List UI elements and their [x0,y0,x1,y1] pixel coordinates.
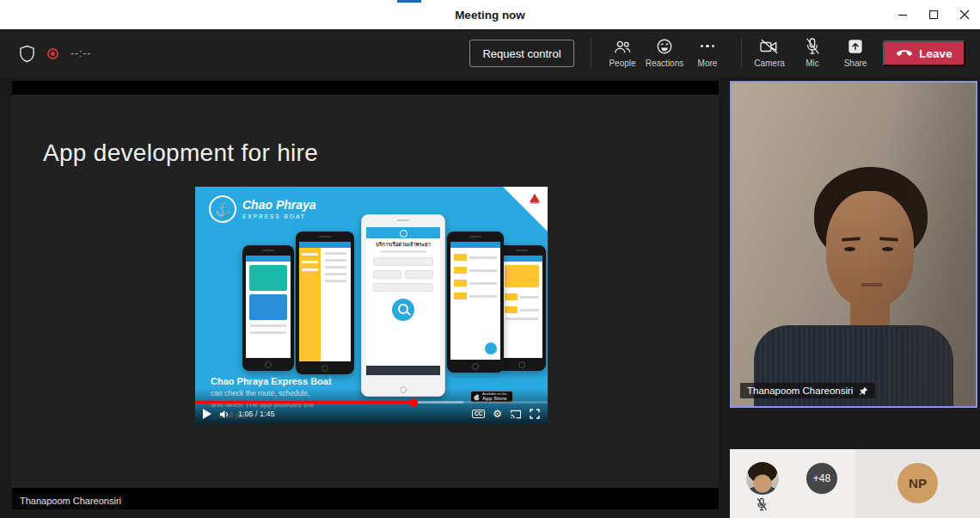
volume-icon[interactable] [219,410,230,419]
maximize-button[interactable] [918,0,949,29]
teams-meeting-window: Meeting now --:-- Request control [0,0,980,518]
more-button[interactable]: More [683,37,732,68]
presentation-slide: App development for hire ⚓ Chao Phraya E… [12,95,719,488]
search-icon [392,299,414,321]
maximize-icon [929,10,939,20]
roster-strip: NP +48 [730,449,980,518]
phone-mockup [498,245,546,371]
camera-off-icon [759,37,780,55]
meeting-status: --:-- [19,29,91,77]
phone-mockup-main: บริการเรือด่วนเจ้าพระยา [361,214,445,397]
minimize-icon [898,10,908,20]
request-control-button[interactable]: Request control [469,40,574,67]
time-display: 1:05 / 1:45 [238,410,275,418]
mic-off-icon [805,37,820,55]
reactions-icon [656,37,673,55]
cast-icon[interactable] [510,410,522,419]
participant-avatar[interactable] [746,462,779,495]
participant-video [732,83,976,406]
mic-muted-icon [756,497,768,511]
participant-name-label: Thanapoom Chareonsiri [740,383,875,398]
people-button[interactable]: People [598,37,646,68]
close-button[interactable] [949,0,980,29]
toolbar-divider [591,38,591,69]
meeting-timer: --:-- [70,47,91,59]
fullscreen-icon[interactable] [530,409,540,419]
participant-initials-tile[interactable]: NP [855,449,980,518]
share-icon [848,37,863,55]
brand-tagline: EXPRESS BOAT [242,213,316,219]
leave-button[interactable]: Leave [883,40,965,66]
meeting-toolbar: --:-- Request control People Re [0,29,980,77]
reactions-button[interactable]: Reactions [640,37,689,68]
close-icon [959,9,970,20]
camera-button[interactable]: Camera [745,37,793,68]
slide-title: App development for hire [43,139,318,167]
brand-logo: ⚓ Chao Phraya EXPRESS BOAT [209,195,316,223]
youtube-video[interactable]: ⚓ Chao Phraya EXPRESS BOAT [195,187,548,424]
toolbar-divider [741,38,742,69]
phone-mockup [447,231,504,373]
window-controls [887,0,980,29]
people-icon [613,37,632,55]
minimize-button[interactable] [887,0,918,29]
play-icon[interactable] [203,409,211,419]
settings-gear-icon[interactable]: ⚙ [493,409,502,419]
captions-icon[interactable]: CC [472,410,485,419]
shield-icon [19,45,35,63]
share-button[interactable]: Share [831,37,879,68]
more-icon [701,37,715,55]
hangup-icon [896,49,913,58]
mic-button[interactable]: Mic [788,37,836,68]
initials-avatar: NP [897,463,938,503]
overflow-count-badge[interactable]: +48 [806,463,837,494]
phone-mockup [296,231,354,374]
window-title: Meeting now [0,0,980,29]
titlebar: Meeting now [0,0,980,29]
participant-tile[interactable]: Thanapoom Chareonsiri [730,81,977,408]
anchor-icon: ⚓ [209,195,236,223]
player-controls: 1:05 / 1:45 CC ⚙ [195,404,548,424]
presenter-name-label: Thanapoom Chareonsiri [12,493,129,509]
partner-logo-icon [528,193,542,204]
brand-name: Chao Phraya [242,199,316,212]
shared-screen[interactable]: App development for hire ⚓ Chao Phraya E… [12,81,719,509]
recording-indicator-icon [47,48,58,59]
phone-mockup [242,245,294,371]
pin-icon [859,386,868,396]
phone-app-title: บริการเรือด่วนเจ้าพระยา [366,242,440,248]
